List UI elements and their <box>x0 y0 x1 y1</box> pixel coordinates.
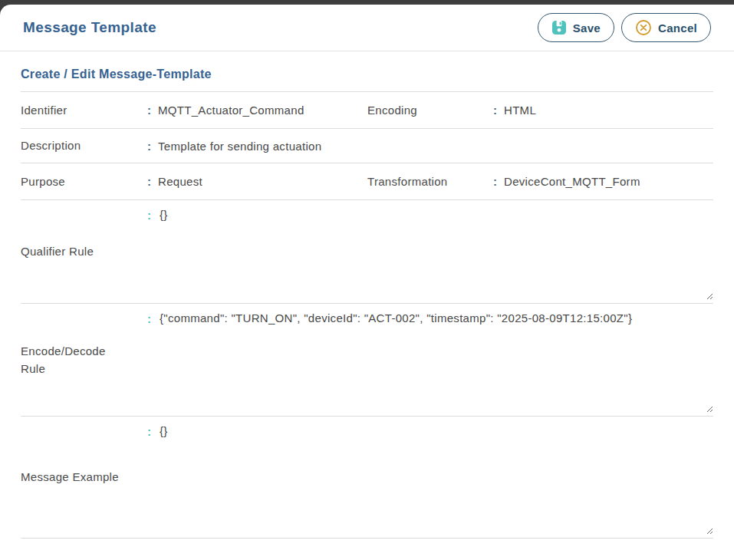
row-encode-decode-rule: Encode/Decode Rule : {"command": "TURN_O… <box>21 304 713 417</box>
qualifier-rule-textarea[interactable]: {} <box>158 202 713 300</box>
identifier-colon: : <box>147 104 158 117</box>
qualifier-rule-colon: : <box>147 200 158 222</box>
message-example-textarea[interactable]: {} <box>158 418 713 535</box>
message-template-card: Message Template Save <box>0 5 734 560</box>
page-title: Message Template <box>23 19 156 36</box>
row-message-example: Message Example : {} <box>21 417 713 539</box>
transformation-value: DeviceCont_MQTT_Form <box>504 175 713 188</box>
circle-x-icon <box>635 19 652 36</box>
row-qualifier-rule: Qualifier Rule : {} <box>21 200 713 304</box>
transformation-label: Transformation <box>367 173 469 190</box>
description-colon: : <box>147 140 158 153</box>
description-value: Template for sending actuation <box>158 140 713 153</box>
encode-decode-rule-textarea[interactable]: {"command": "TURN_ON", "deviceId": "ACT-… <box>158 305 713 413</box>
description-label: Description <box>21 137 122 154</box>
save-button[interactable]: Save <box>538 13 614 42</box>
floppy-disk-icon <box>551 20 567 35</box>
cancel-button[interactable]: Cancel <box>621 13 711 42</box>
form-content: Create / Edit Message-Template Identifie… <box>21 51 713 539</box>
transformation-colon: : <box>493 175 504 188</box>
save-button-label: Save <box>573 21 601 35</box>
section-title: Create / Edit Message-Template <box>21 51 713 92</box>
encoding-value: HTML <box>504 104 713 117</box>
identifier-value: MQTT_Actuator_Command <box>158 104 367 117</box>
purpose-colon: : <box>147 175 158 188</box>
purpose-label: Purpose <box>21 173 122 190</box>
cancel-button-label: Cancel <box>658 21 697 35</box>
row-description: Description : Template for sending actua… <box>21 129 713 163</box>
action-buttons: Save Cancel <box>538 13 711 42</box>
identifier-label: Identifier <box>21 101 122 119</box>
encode-decode-rule-colon: : <box>147 304 158 325</box>
message-example-colon: : <box>147 417 158 438</box>
qualifier-rule-label: Qualifier Rule <box>21 242 122 260</box>
encode-decode-rule-label: Encode/Decode Rule <box>21 342 122 378</box>
encoding-label: Encoding <box>367 101 469 119</box>
purpose-value: Request <box>158 175 367 188</box>
row-identifier-encoding: Identifier : MQTT_Actuator_Command Encod… <box>21 92 713 129</box>
message-example-label: Message Example <box>21 468 122 486</box>
title-bar: Message Template Save <box>0 5 734 51</box>
encoding-colon: : <box>493 104 504 117</box>
row-purpose-transformation: Purpose : Request Transformation : Devic… <box>21 163 713 200</box>
